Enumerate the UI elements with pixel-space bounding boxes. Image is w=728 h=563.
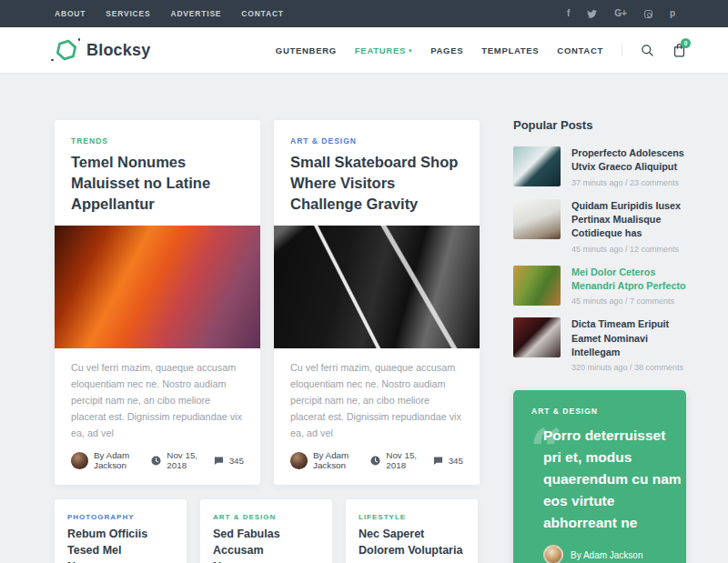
popular-post-thumbnail[interactable] (513, 146, 561, 186)
author-link[interactable]: By Adam Jackson (571, 550, 642, 560)
topbar-link-contact[interactable]: CONTACT (241, 9, 284, 18)
post-meta: By Adam Jackson Nov 15, 2018 345 (71, 450, 244, 485)
popular-post-item: Properfecto Adolescens Utvix Graeco Aliq… (513, 146, 686, 187)
nav-item-features[interactable]: FEATURES ▾ (355, 45, 412, 55)
popular-posts-heading: Popular Posts (513, 118, 686, 132)
popular-post-thumbnail[interactable] (513, 199, 561, 239)
post-title[interactable]: Nec Saperet Dolorem Voluptaria (359, 527, 465, 559)
popular-post-thumbnail[interactable] (513, 266, 561, 306)
popular-post-thumbnail[interactable] (513, 317, 561, 357)
category-label[interactable]: ART & DESIGN (531, 407, 668, 416)
post-card-skateboard: ART & DESIGN Small Skateboard Shop Where… (274, 120, 480, 485)
google-plus-icon[interactable]: G+ (614, 9, 627, 18)
brand-name: Blocksy (86, 41, 150, 60)
post-excerpt: Cu vel ferri mazim, quaeque accusam eloq… (71, 360, 244, 441)
clock-icon (370, 456, 380, 466)
topbar-link-about[interactable]: ABOUT (55, 9, 86, 18)
clock-icon (151, 456, 161, 466)
site-header: Blocksy GUTENBERG FEATURES ▾ PAGES TEMPL… (0, 27, 728, 73)
post-date: Nov 15, 2018 (167, 450, 199, 470)
twitter-icon[interactable] (587, 10, 597, 18)
post-card-lifestyle: LIFESTYLE Nec Saperet Dolorem Voluptaria (346, 499, 478, 563)
popular-post-title[interactable]: Quidam Euripidis Iusex Pertinax Mualisqu… (571, 199, 686, 241)
post-card-artdesign: ART & DESIGN Sed Fabulas Accusam Numquam (200, 499, 332, 563)
avatar[interactable] (71, 452, 88, 469)
topbar-link-advertise[interactable]: ADVERTISE (170, 9, 221, 18)
main-nav: GUTENBERG FEATURES ▾ PAGES TEMPLATES CON… (276, 43, 686, 57)
social-icons: f G+ p (567, 9, 675, 18)
topbar-menu: ABOUT SERVICES ADVERTISE CONTACT (55, 9, 284, 18)
search-icon[interactable] (641, 44, 654, 57)
comments-count: 345 (229, 456, 244, 466)
nav-divider (622, 44, 622, 56)
popular-post-meta: 320 minuts ago / 38 comments (571, 363, 686, 372)
content-area: TRENDS Temel Nonumes Maluisset no Latine… (55, 120, 686, 563)
post-image[interactable] (55, 226, 260, 348)
author-link[interactable]: By Adam Jackson (94, 450, 137, 470)
topbar: ABOUT SERVICES ADVERTISE CONTACT f G+ p (0, 0, 728, 27)
small-posts-row: PHOTOGRAPHY Rebum Officiis Tesed Mel Non… (55, 499, 480, 563)
popular-post-title[interactable]: Mei Dolor Ceteros Menandri Atpro Perfect… (571, 266, 686, 294)
comments-icon (214, 456, 224, 466)
post-image[interactable] (274, 226, 480, 348)
category-label[interactable]: PHOTOGRAPHY (67, 513, 174, 521)
nav-item-gutenberg[interactable]: GUTENBERG (276, 45, 337, 55)
instagram-icon[interactable] (644, 10, 652, 18)
comments-count: 345 (449, 456, 463, 466)
category-label[interactable]: ART & DESIGN (290, 136, 463, 146)
chevron-down-icon: ▾ (409, 47, 412, 54)
blocksy-hexagon-icon (55, 38, 78, 62)
popular-post-title[interactable]: Properfecto Adolescens Utvix Graeco Aliq… (571, 146, 686, 175)
popular-post-meta: 45 minuts ago / 7 comments (571, 297, 686, 306)
comments-icon (433, 456, 443, 466)
nav-item-features-label: FEATURES (355, 45, 406, 55)
nav-item-contact[interactable]: CONTACT (557, 45, 603, 55)
category-label[interactable]: ART & DESIGN (213, 513, 319, 521)
popular-post-meta: 45 minuts ago / 12 comments (571, 245, 686, 254)
post-card-trends: TRENDS Temel Nonumes Maluisset no Latine… (55, 120, 260, 485)
cart-count-badge: 0 (681, 38, 691, 48)
topbar-link-services[interactable]: SERVICES (106, 9, 150, 18)
quote-post-title[interactable]: Porro deterruisset pri et, modus quaeren… (531, 425, 682, 534)
quote-post-card: ART & DESIGN “ Porro deterruisset pri et… (513, 390, 686, 563)
avatar[interactable] (543, 545, 563, 563)
post-card-photography: PHOTOGRAPHY Rebum Officiis Tesed Mel Non… (55, 499, 187, 563)
popular-post-item: Quidam Euripidis Iusex Pertinax Mualisqu… (513, 199, 686, 254)
brand-logo[interactable]: Blocksy (55, 38, 150, 62)
popular-post-meta: 37 minuts ago / 23 comments (571, 178, 686, 187)
post-title[interactable]: Rebum Officiis Tesed Mel Nonumes (67, 527, 174, 563)
pinterest-icon[interactable]: p (670, 9, 675, 18)
author-link[interactable]: By Adam Jackson (313, 450, 357, 470)
popular-post-title[interactable]: Dicta Timeam Eripuit Eamet Nominavi Inte… (571, 317, 686, 359)
posts-column: TRENDS Temel Nonumes Maluisset no Latine… (55, 120, 480, 563)
nav-item-pages[interactable]: PAGES (430, 45, 463, 55)
category-label[interactable]: TRENDS (71, 136, 244, 146)
avatar[interactable] (290, 452, 308, 469)
category-label[interactable]: LIFESTYLE (359, 513, 465, 521)
popular-post-item: Dicta Timeam Eripuit Eamet Nominavi Inte… (513, 317, 686, 372)
cart-icon[interactable]: 0 (672, 43, 686, 57)
popular-post-item: Mei Dolor Ceteros Menandri Atpro Perfect… (513, 266, 686, 307)
post-date: Nov 15, 2018 (386, 450, 419, 470)
post-title[interactable]: Sed Fabulas Accusam Numquam (213, 527, 319, 563)
post-title[interactable]: Temel Nonumes Maluisset no Latine Appell… (71, 152, 244, 214)
post-meta: By Adam Jackson Nov 15, 2018 345 (290, 450, 463, 485)
featured-row: TRENDS Temel Nonumes Maluisset no Latine… (55, 120, 480, 485)
post-excerpt: Cu vel ferri mazim, quaeque accusam eloq… (290, 360, 463, 441)
sidebar: Popular Posts Properfecto Adolescens Utv… (513, 120, 686, 563)
quote-author-row: By Adam Jackson (543, 545, 668, 563)
facebook-icon[interactable]: f (567, 9, 570, 18)
post-title[interactable]: Small Skateboard Shop Where Visitors Cha… (290, 152, 463, 214)
nav-item-templates[interactable]: TEMPLATES (481, 45, 539, 55)
